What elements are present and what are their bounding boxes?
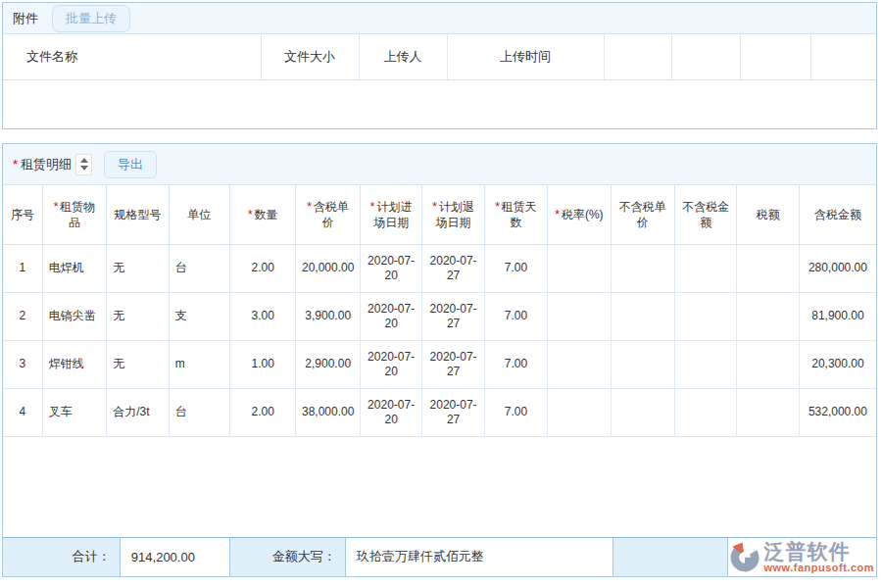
rental-column-header: *含税单价 — [296, 185, 360, 244]
table-cell: 3 — [3, 340, 42, 388]
required-asterisk: * — [307, 200, 312, 214]
rental-column-header: *税率(%) — [548, 185, 611, 244]
watermark-text: 泛普软件 www.fanpusoft.com — [763, 541, 874, 573]
rental-column-header: 税额 — [737, 185, 799, 244]
table-cell: 无 — [107, 244, 169, 292]
table-cell — [548, 340, 611, 388]
table-empty-area — [3, 437, 876, 537]
table-cell: 2020-07-27 — [422, 292, 484, 340]
table-cell: 电镐尖凿 — [42, 292, 106, 340]
attachment-column-header — [810, 34, 876, 79]
table-cell: 无 — [107, 340, 169, 388]
table-cell: 合力/3t — [107, 388, 169, 436]
table-cell: 1.00 — [230, 340, 296, 388]
table-cell: 2020-07-20 — [360, 292, 421, 340]
table-cell: 2020-07-20 — [360, 388, 421, 436]
table-cell: 无 — [107, 292, 169, 340]
rental-column-header: *租赁天数 — [484, 185, 547, 244]
attachment-column-header: 文件名称 — [3, 34, 261, 79]
export-button[interactable]: 导出 — [104, 151, 157, 178]
amount-in-words-value: 玖拾壹万肆仟贰佰元整 — [346, 538, 613, 576]
table-cell — [611, 292, 674, 340]
summary-row: 合计： 914,200.00 金额大写： 玖拾壹万肆仟贰佰元整 泛普软件 — [3, 537, 876, 576]
attachment-column-header — [604, 34, 671, 79]
table-cell: 3,900.00 — [296, 292, 360, 340]
table-cell: 电焊机 — [42, 244, 106, 292]
rental-column-header: 不含税单价 — [611, 185, 674, 244]
table-cell: 280,000.00 — [799, 244, 876, 292]
amount-in-words-label: 金额大写： — [230, 538, 346, 576]
rental-column-header: 单位 — [169, 185, 229, 244]
table-cell: 叉车 — [42, 388, 106, 436]
table-cell: 7.00 — [484, 340, 547, 388]
table-cell: 4 — [3, 388, 42, 436]
rental-table: 序号*租赁物品规格型号单位*数量*含税单价*计划进场日期*计划退场日期*租赁天数… — [3, 185, 876, 437]
attachment-column-header: 上传人 — [359, 34, 447, 79]
rental-column-header: 规格型号 — [107, 185, 169, 244]
sort-arrows-icon[interactable] — [75, 154, 92, 175]
table-cell: 38,000.00 — [296, 388, 360, 436]
table-cell — [548, 388, 611, 436]
brand-name: 泛普软件 — [763, 541, 874, 562]
sort-down-icon — [80, 166, 88, 171]
rental-column-header: *计划进场日期 — [360, 185, 421, 244]
table-cell: 2020-07-27 — [422, 244, 484, 292]
batch-upload-button[interactable]: 批量上传 — [52, 5, 130, 32]
total-label: 合计： — [3, 538, 121, 576]
table-cell — [611, 244, 674, 292]
rental-details-section: * 租赁明细 导出 序号*租赁物品规格型号单位*数量*含税单价*计划进场日期*计… — [2, 143, 877, 577]
rental-title: 租赁明细 — [21, 156, 72, 173]
table-cell — [675, 292, 737, 340]
table-cell: 台 — [169, 244, 229, 292]
table-cell: 20,000.00 — [296, 244, 360, 292]
table-cell: 2.00 — [230, 388, 296, 436]
table-cell: 2 — [3, 292, 42, 340]
table-row: 2电镐尖凿无支3.003,900.002020-07-202020-07-277… — [3, 292, 876, 340]
required-asterisk: * — [54, 200, 59, 214]
required-asterisk: * — [432, 200, 437, 214]
table-cell: 焊钳线 — [42, 340, 106, 388]
table-cell: 2,900.00 — [296, 340, 360, 388]
rental-header-row: 序号*租赁物品规格型号单位*数量*含税单价*计划进场日期*计划退场日期*租赁天数… — [3, 185, 876, 244]
table-cell: m — [169, 340, 229, 388]
required-asterisk: * — [495, 200, 500, 214]
table-row: 1电焊机无台2.0020,000.002020-07-202020-07-277… — [3, 244, 876, 292]
rental-column-header: *数量 — [230, 185, 296, 244]
required-asterisk: * — [370, 200, 375, 214]
table-cell: 20,300.00 — [799, 340, 876, 388]
table-cell: 7.00 — [484, 388, 547, 436]
vendor-watermark: 泛普软件 www.fanpusoft.com — [728, 540, 874, 573]
attachments-header-bar: 附件 批量上传 — [3, 3, 876, 34]
table-cell — [548, 292, 611, 340]
table-cell — [611, 340, 674, 388]
table-row: 4叉车合力/3t台2.0038,000.002020-07-202020-07-… — [3, 388, 876, 436]
table-cell: 2020-07-20 — [360, 340, 421, 388]
table-cell — [675, 244, 737, 292]
table-cell — [675, 388, 737, 436]
attachment-column-header: 上传时间 — [447, 34, 604, 79]
table-cell — [675, 340, 737, 388]
total-value: 914,200.00 — [121, 538, 230, 576]
required-asterisk: * — [248, 208, 253, 221]
fanpu-logo-icon — [728, 540, 761, 573]
rental-column-header: 序号 — [3, 185, 42, 244]
attachment-column-header — [740, 34, 810, 79]
attachments-empty-cell — [3, 79, 876, 128]
table-cell: 7.00 — [484, 292, 547, 340]
attachments-header-row: 文件名称文件大小上传人上传时间 — [3, 34, 876, 79]
table-cell — [737, 388, 799, 436]
rental-column-header: 不含税金额 — [675, 185, 737, 244]
rental-header-bar: * 租赁明细 导出 — [3, 144, 876, 185]
attachments-title: 附件 — [13, 10, 38, 27]
table-cell: 3.00 — [230, 292, 296, 340]
table-cell: 2020-07-27 — [422, 388, 484, 436]
table-cell: 532,000.00 — [799, 388, 876, 436]
rental-column-header: *计划退场日期 — [422, 185, 484, 244]
table-cell — [611, 388, 674, 436]
table-cell: 1 — [3, 244, 42, 292]
attachments-table: 文件名称文件大小上传人上传时间 — [3, 34, 876, 128]
table-row: 3焊钳线无m1.002,900.002020-07-202020-07-277.… — [3, 340, 876, 388]
table-cell: 台 — [169, 388, 229, 436]
table-cell: 7.00 — [484, 244, 547, 292]
attachment-column-header: 文件大小 — [261, 34, 359, 79]
